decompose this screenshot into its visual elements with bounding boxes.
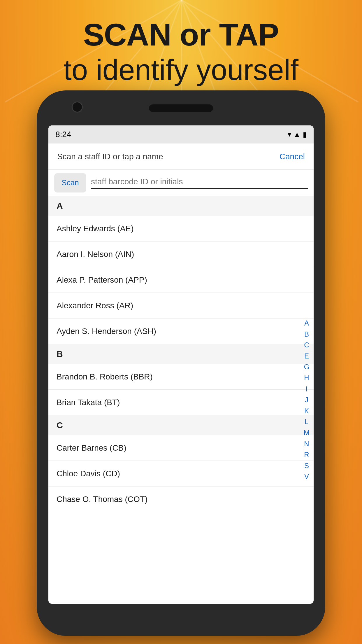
top-bar: Scan a staff ID or tap a name Cancel — [48, 144, 314, 170]
list-item[interactable]: Alexander Ross (AR) — [48, 293, 314, 318]
list-item[interactable]: Carter Barnes (CB) — [48, 435, 314, 461]
list-item-text: Brandon B. Roberts (BBR) — [57, 372, 153, 382]
scan-button[interactable]: Scan — [54, 173, 86, 192]
list-item-text: Aaron I. Nelson (AIN) — [57, 250, 134, 259]
list-area: A Ashley Edwards (AE) Aaron I. Nelson (A… — [48, 196, 314, 604]
cancel-button[interactable]: Cancel — [280, 152, 305, 161]
alpha-s[interactable]: S — [303, 460, 311, 471]
list-item[interactable]: Aaron I. Nelson (AIN) — [48, 242, 314, 267]
alpha-m[interactable]: M — [303, 427, 311, 438]
list-item-text: Chloe Davis (CD) — [57, 469, 120, 478]
phone-camera — [72, 102, 83, 113]
header-title: SCAN or TAP — [0, 18, 362, 52]
section-label-b: B — [57, 349, 63, 359]
list-item[interactable]: Ashley Edwards (AE) — [48, 216, 314, 242]
list-item-text: Alexander Ross (AR) — [57, 301, 133, 310]
section-header-c: C — [48, 415, 314, 435]
top-bar-title: Scan a staff ID or tap a name — [57, 152, 163, 161]
section-header-a: A — [48, 196, 314, 216]
alpha-h[interactable]: H — [303, 372, 311, 384]
list-item[interactable]: Chloe Davis (CD) — [48, 461, 314, 487]
list-item[interactable]: Chase O. Thomas (COT) — [48, 487, 314, 512]
list-item-text: Alexa P. Patterson (APP) — [57, 275, 147, 285]
alphabet-index: A B C E G H I J K L M N R S V — [303, 196, 311, 604]
alpha-l[interactable]: L — [303, 416, 311, 427]
wifi-icon: ▾ — [288, 130, 291, 139]
alpha-i[interactable]: I — [303, 384, 311, 395]
list-item-text: Ashley Edwards (AE) — [57, 224, 134, 233]
search-input[interactable] — [91, 177, 308, 186]
list-item[interactable]: Brandon B. Roberts (BBR) — [48, 364, 314, 390]
alpha-c[interactable]: C — [303, 340, 311, 351]
alpha-k[interactable]: K — [303, 405, 311, 416]
list-item[interactable]: Alexa P. Patterson (APP) — [48, 267, 314, 293]
header-subtitle: to identify yourself — [0, 52, 362, 87]
list-item[interactable]: Ayden S. Henderson (ASH) — [48, 318, 314, 344]
alpha-a[interactable]: A — [303, 318, 311, 329]
status-time: 8:24 — [55, 130, 71, 139]
status-bar: 8:24 ▾ ▲ ▮ — [48, 125, 314, 144]
alpha-r[interactable]: R — [303, 449, 311, 460]
alpha-n[interactable]: N — [303, 438, 311, 449]
alpha-b[interactable]: B — [303, 329, 311, 340]
list-item-text: Ayden S. Henderson (ASH) — [57, 327, 156, 336]
search-input-wrap — [91, 177, 308, 189]
phone-speaker — [149, 104, 213, 112]
section-header-b: B — [48, 344, 314, 364]
signal-icon: ▲ — [294, 130, 301, 139]
alpha-v[interactable]: V — [303, 471, 311, 482]
section-label-c: C — [57, 420, 63, 430]
phone-screen: 8:24 ▾ ▲ ▮ Scan a staff ID or tap a name… — [48, 125, 314, 604]
list-item-text: Carter Barnes (CB) — [57, 443, 126, 453]
section-label-a: A — [57, 201, 63, 211]
list-item[interactable]: Brian Takata (BT) — [48, 390, 314, 415]
list-item-text: Chase O. Thomas (COT) — [57, 495, 147, 504]
status-icons: ▾ ▲ ▮ — [288, 130, 307, 139]
header-section: SCAN or TAP to identify yourself — [0, 18, 362, 87]
battery-icon: ▮ — [303, 130, 307, 139]
alpha-g[interactable]: G — [303, 361, 311, 372]
search-row: Scan — [48, 170, 314, 196]
list-item-text: Brian Takata (BT) — [57, 398, 120, 407]
alpha-j[interactable]: J — [303, 394, 311, 405]
phone-shell: 8:24 ▾ ▲ ▮ Scan a staff ID or tap a name… — [37, 90, 325, 636]
alpha-e[interactable]: E — [303, 351, 311, 362]
